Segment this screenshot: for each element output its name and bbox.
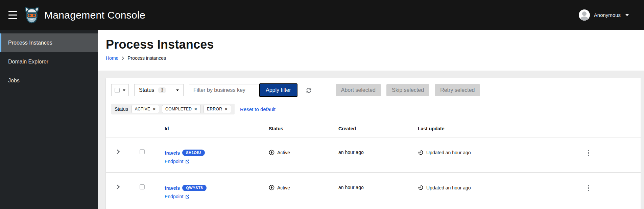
sidebar-item-process-instances[interactable]: Process Instances — [0, 33, 98, 52]
breadcrumb-home-link[interactable]: Home — [106, 55, 118, 61]
history-icon — [418, 150, 424, 155]
chip-label: ERROR — [207, 107, 222, 111]
chip-label: COMPLETED — [165, 107, 192, 111]
endpoint-link[interactable]: Endpoint — [165, 194, 183, 199]
business-key-badge: SH1OIU — [182, 150, 205, 156]
page-header-section: Process Instances Home Process instances — [98, 30, 644, 71]
process-name-link[interactable]: travels — [165, 185, 180, 191]
bulk-select-caret-down-icon — [123, 89, 125, 91]
chip-close-icon[interactable]: ✕ — [194, 107, 197, 111]
apply-filter-button[interactable]: Apply filter — [259, 83, 297, 97]
row-checkbox[interactable] — [140, 184, 145, 189]
active-status-icon — [269, 150, 275, 155]
chip-active: ACTIVE ✕ — [132, 105, 159, 113]
page-body-section: Status 3 Apply filter — [98, 71, 644, 209]
created-text: an hour ago — [333, 173, 412, 190]
sync-icon — [306, 87, 312, 94]
last-update-text: Updated an hour ago — [426, 185, 471, 190]
business-key-input[interactable] — [189, 84, 259, 96]
sidebar-item-jobs[interactable]: Jobs — [0, 71, 98, 90]
table-row: travels QWYST8 Endpoint — [106, 173, 641, 208]
created-text: an hour ago — [333, 137, 412, 155]
sidebar-item-label: Process Instances — [8, 40, 52, 46]
sidebar-item-domain-explorer[interactable]: Domain Explorer — [0, 52, 98, 71]
nav-toggle-hamburger-icon[interactable] — [8, 11, 19, 19]
table-header-row: Id Status Created Last update — [106, 120, 641, 137]
column-header-created: Created — [333, 126, 412, 131]
kebab-icon — [588, 185, 590, 191]
last-update-text: Updated an hour ago — [426, 150, 471, 155]
status-text: Active — [277, 150, 290, 155]
bulk-select-dropdown[interactable] — [111, 84, 129, 96]
business-key-filter-group: Apply filter — [189, 83, 297, 97]
expand-row-button[interactable] — [116, 184, 120, 189]
history-icon — [418, 185, 424, 190]
bulk-actions-group: Abort selected Skip selected Retry selec… — [336, 84, 480, 96]
process-name-link[interactable]: travels — [165, 150, 180, 156]
sidebar-item-label: Jobs — [8, 78, 20, 84]
angle-right-icon — [116, 184, 120, 189]
breadcrumb: Home Process instances — [106, 55, 636, 61]
breadcrumb-angle-right-icon — [121, 56, 124, 60]
kebab-menu-button[interactable] — [588, 150, 590, 156]
username-dropdown[interactable]: Anonymous — [594, 12, 621, 18]
page-title: Process Instances — [106, 37, 636, 52]
chip-label: ACTIVE — [135, 107, 150, 111]
abort-selected-button[interactable]: Abort selected — [336, 84, 381, 96]
breadcrumb-current: Process instances — [127, 55, 166, 61]
process-instances-table: Id Status Created Last update — [106, 120, 641, 208]
retry-selected-button[interactable]: Retry selected — [435, 84, 480, 96]
top-masthead: Management Console Anonymous — [0, 0, 644, 30]
active-status-icon — [269, 185, 275, 190]
reset-to-default-link[interactable]: Reset to default — [240, 106, 276, 112]
user-caret-down-icon[interactable] — [625, 14, 629, 16]
chip-completed: COMPLETED ✕ — [162, 105, 201, 113]
status-chip-group: Status ACTIVE ✕ COMPLETED ✕ ERROR ✕ — [111, 104, 235, 114]
status-dropdown-label: Status — [139, 87, 154, 93]
side-navigation: Process Instances Domain Explorer Jobs — [0, 30, 98, 209]
chip-close-icon[interactable]: ✕ — [224, 107, 228, 111]
skip-selected-button[interactable]: Skip selected — [386, 84, 429, 96]
main-content: Process Instances Home Process instances… — [98, 30, 644, 209]
refresh-button[interactable] — [306, 87, 312, 94]
chip-group-label: Status — [115, 106, 128, 112]
chip-error: ERROR ✕ — [204, 105, 231, 113]
sidebar-item-label: Domain Explorer — [8, 59, 48, 65]
angle-right-icon — [116, 149, 120, 154]
column-header-id: Id — [154, 126, 263, 131]
business-key-badge: QWYST8 — [182, 185, 207, 191]
applied-filters-row: Status ACTIVE ✕ COMPLETED ✕ ERROR ✕ Rese… — [106, 104, 641, 120]
status-filter-dropdown[interactable]: Status 3 — [134, 84, 184, 96]
endpoint-link[interactable]: Endpoint — [165, 159, 183, 164]
user-avatar — [579, 9, 590, 21]
status-caret-down-icon — [176, 89, 179, 91]
row-checkbox[interactable] — [140, 149, 145, 154]
app-title: Management Console — [44, 9, 145, 21]
chip-close-icon[interactable]: ✕ — [152, 107, 156, 111]
select-all-checkbox[interactable] — [115, 88, 120, 93]
table-row: travels SH1OIU Endpoint — [106, 137, 641, 173]
status-text: Active — [277, 185, 290, 190]
process-list-card: Status 3 Apply filter — [106, 78, 641, 209]
kebab-menu-button[interactable] — [588, 185, 590, 191]
external-link-icon[interactable] — [185, 159, 190, 164]
kogito-logo-icon — [24, 7, 40, 24]
kebab-icon — [588, 150, 590, 156]
external-link-icon[interactable] — [185, 194, 190, 199]
expand-row-button[interactable] — [116, 149, 120, 154]
filter-toolbar: Status 3 Apply filter — [106, 78, 641, 97]
column-header-last-update: Last update — [412, 126, 568, 131]
column-header-status: Status — [263, 126, 333, 131]
status-selected-count-badge: 3 — [158, 87, 166, 93]
